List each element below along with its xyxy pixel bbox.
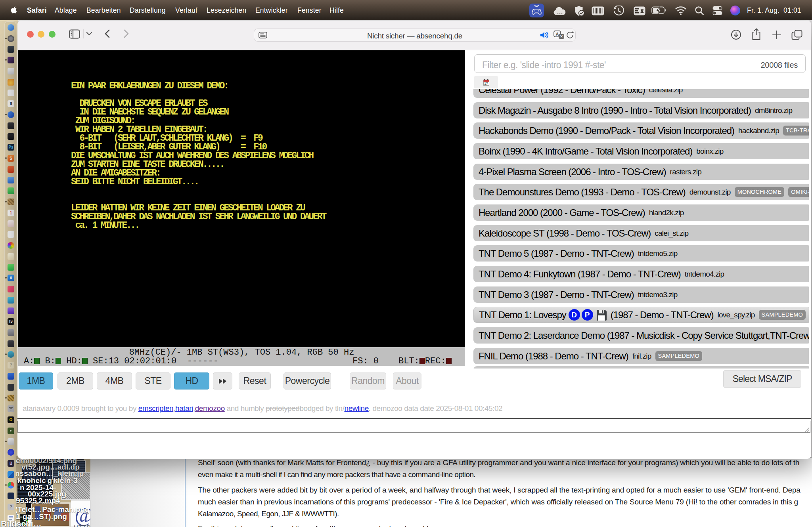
svg-text:A: A bbox=[556, 32, 559, 36]
svg-text:17: 17 bbox=[484, 82, 488, 86]
svg-text:✕: ✕ bbox=[560, 34, 563, 38]
